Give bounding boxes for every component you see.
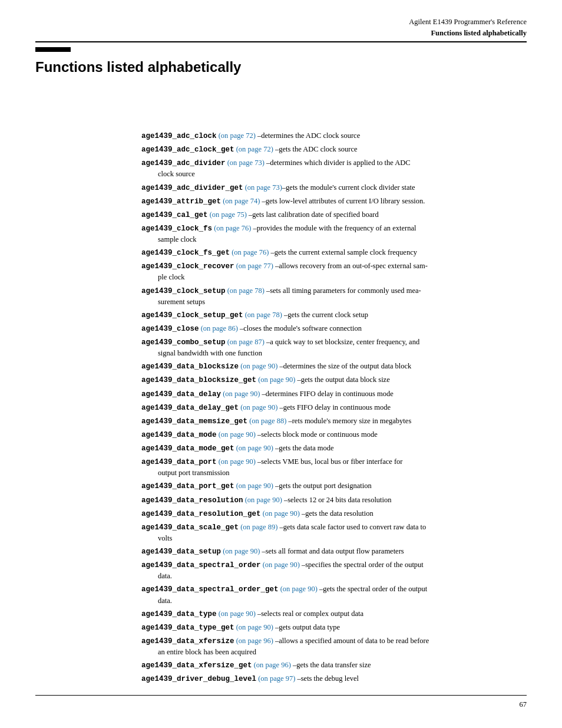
page-link[interactable]: (on page 86) (199, 324, 238, 332)
function-description: –determines the size of the output data … (277, 362, 411, 370)
page-link[interactable]: (on page 87) (226, 338, 265, 346)
function-name: age1439_data_setup (141, 548, 221, 556)
list-item: age1439_adc_clock (on page 72) –determin… (141, 130, 527, 141)
function-description: –gets the module's current clock divider… (282, 183, 415, 192)
page-link[interactable]: (on page 90) (243, 496, 282, 504)
list-item: age1439_data_port (on page 90) –selects … (141, 456, 527, 478)
list-item: age1439_attrib_get (on page 74) –gets lo… (141, 195, 527, 207)
page-link[interactable]: (on page 90) (239, 362, 277, 370)
function-description: –sets the debug level (295, 674, 359, 683)
function-description: –provides the module with the frequency … (251, 224, 416, 232)
function-description: –selects VME bus, local bus or fiber int… (256, 457, 403, 466)
list-item: age1439_data_scale_get (on page 89) –get… (141, 521, 527, 543)
list-item: age1439_close (on page 86) –closes the m… (141, 322, 527, 334)
page-link[interactable]: (on page 90) (217, 457, 256, 466)
page-link[interactable]: (on page 76) (212, 224, 251, 232)
function-description: –gets the ADC clock source (273, 145, 358, 153)
function-name: age1439_data_memsize_get (141, 417, 247, 426)
function-name: age1439_clock_fs (141, 225, 212, 233)
page-link[interactable]: (on page 88) (247, 417, 286, 425)
function-name: age1439_data_mode_get (141, 444, 234, 453)
description-continuation: sample clock (141, 234, 527, 245)
description-continuation: signal bandwidth with one function (141, 348, 527, 358)
list-item: age1439_clock_setup_get (on page 78) –ge… (141, 309, 527, 321)
function-name: age1439_clock_recover (141, 262, 234, 271)
page-link[interactable]: (on page 73) (243, 183, 282, 192)
function-description: –gets last calibration date of specified… (247, 210, 379, 219)
function-name: age1439_adc_clock (141, 132, 217, 140)
function-description: –gets the data transfer size (291, 661, 371, 669)
page-link[interactable]: (on page 76) (230, 248, 269, 256)
page-link[interactable]: (on page 73) (226, 159, 265, 167)
page-link[interactable]: (on page 72) (217, 131, 256, 140)
page-link[interactable]: (on page 90) (279, 585, 318, 593)
page-link[interactable]: (on page 90) (217, 430, 256, 439)
page-link[interactable]: (on page 90) (234, 482, 273, 490)
description-continuation: an entire block has been acquired (141, 647, 527, 657)
function-name: age1439_data_scale_get (141, 523, 239, 532)
function-name: age1439_attrib_get (141, 197, 221, 206)
function-name: age1439_data_resolution_get (141, 510, 261, 518)
function-name: age1439_close (141, 325, 199, 333)
page-link[interactable]: (on page 90) (239, 403, 277, 411)
page-link[interactable]: (on page 78) (226, 286, 265, 295)
page-link[interactable]: (on page 90) (256, 375, 295, 384)
function-name: age1439_combo_setup (141, 338, 226, 347)
list-item: age1439_data_blocksize_get (on page 90) … (141, 374, 527, 386)
function-name: age1439_clock_fs_get (141, 249, 230, 257)
header-subtitle: Functions listed alphabetically (409, 28, 527, 39)
function-description: –gets the data resolution (300, 509, 373, 518)
page-link[interactable]: (on page 96) (234, 637, 273, 645)
function-description: –gets the data mode (273, 444, 334, 452)
description-continuation: ple clock (141, 272, 527, 282)
list-item: age1439_clock_setup (on page 78) –sets a… (141, 285, 527, 307)
list-item: age1439_data_blocksize (on page 90) –det… (141, 360, 527, 372)
function-description: –gets the spectral order of the output (318, 585, 427, 593)
page-link[interactable]: (on page 90) (221, 390, 260, 398)
page-link[interactable]: (on page 90) (234, 623, 273, 631)
left-bar-decoration (35, 47, 71, 52)
function-description: –determines which divider is applied to … (265, 159, 411, 167)
page-link[interactable]: (on page 72) (234, 145, 273, 153)
page-number: 67 (520, 700, 527, 709)
function-name: age1439_data_blocksize_get (141, 376, 256, 384)
header-title: Agilent E1439 Programmer's Reference (409, 17, 527, 28)
list-item: age1439_data_xfersize (on page 96) –allo… (141, 635, 527, 657)
function-name: age1439_data_xfersize_get (141, 661, 252, 670)
page-link[interactable]: (on page 90) (261, 509, 300, 518)
function-description: –gets output data type (273, 623, 340, 631)
page-link[interactable]: (on page 96) (252, 661, 291, 669)
function-description: –gets the output data block size (295, 375, 389, 384)
function-name: age1439_data_mode (141, 431, 217, 439)
function-name: age1439_adc_divider_get (141, 184, 243, 192)
page-link[interactable]: (on page 77) (234, 262, 273, 270)
bottom-rule (35, 695, 527, 696)
page-link[interactable]: (on page 90) (221, 547, 260, 555)
page-link[interactable]: (on page 78) (243, 311, 282, 319)
function-name: age1439_data_blocksize (141, 363, 239, 371)
page-link[interactable]: (on page 89) (239, 523, 277, 531)
page-link[interactable]: (on page 90) (217, 610, 256, 618)
description-continuation: surement setups (141, 297, 527, 307)
list-item: age1439_combo_setup (on page 87) –a quic… (141, 336, 527, 358)
page-link[interactable]: (on page 97) (256, 674, 295, 683)
function-description: –determines the ADC clock source (256, 131, 360, 140)
function-description: –gets data scale factor used to convert … (277, 523, 426, 531)
function-description: –sets all timing parameters for commonly… (265, 286, 421, 295)
description-continuation: clock source (141, 169, 527, 179)
page-link[interactable]: (on page 75) (208, 210, 247, 219)
function-name: age1439_data_xfersize (141, 637, 234, 645)
list-item: age1439_data_mode (on page 90) –selects … (141, 429, 527, 440)
function-name: age1439_data_spectral_order_get (141, 585, 279, 594)
functions-list: age1439_adc_clock (on page 72) –determin… (141, 130, 527, 686)
function-name: age1439_adc_divider (141, 159, 226, 167)
page-link[interactable]: (on page 90) (234, 444, 273, 452)
description-continuation: output port transmission (141, 467, 527, 478)
page-link[interactable]: (on page 74) (221, 197, 260, 205)
list-item: age1439_data_resolution_get (on page 90)… (141, 508, 527, 519)
function-description: –gets FIFO delay in continuous mode (277, 403, 391, 411)
page-link[interactable]: (on page 90) (261, 561, 300, 569)
function-description: –gets the current external sample clock … (269, 248, 417, 256)
function-name: age1439_data_type (141, 610, 217, 618)
list-item: age1439_adc_divider (on page 73) –determ… (141, 157, 527, 179)
